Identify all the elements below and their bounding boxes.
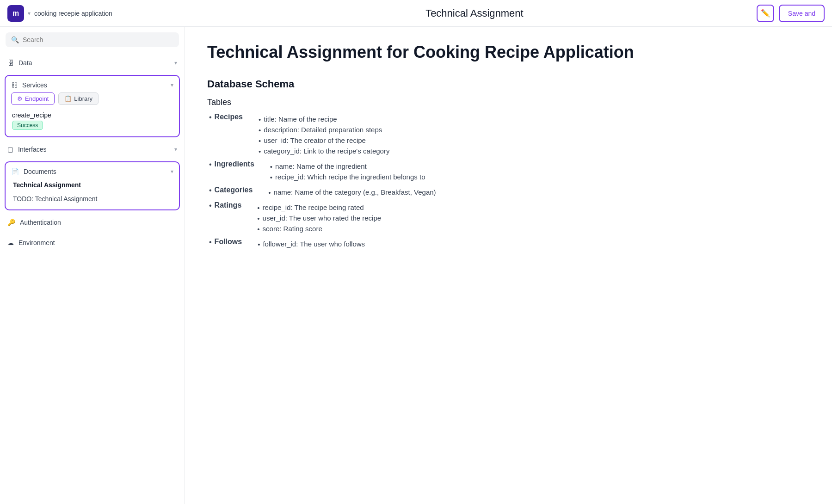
- table-name-follows: Follows: [215, 238, 242, 246]
- sidebar-section-authentication: 🔑 Authentication: [0, 212, 185, 233]
- recipes-fields: title: Name of the recipe description: D…: [246, 115, 389, 158]
- sidebar-section-interfaces: ▢ Interfaces ▾: [0, 139, 185, 160]
- list-item: recipe_id: The recipe being rated: [255, 203, 381, 212]
- ingredients-fields: name: Name of the ingredient recipe_id: …: [257, 162, 425, 184]
- db-schema-heading: Database Schema: [207, 78, 810, 90]
- list-item: user_id: The creator of the recipe: [257, 136, 389, 145]
- documents-chevron-icon: ▾: [171, 168, 173, 175]
- list-item: recipe_id: Which recipe the ingredient b…: [268, 173, 425, 181]
- list-item: Ingredients name: Name of the ingredient…: [207, 160, 810, 184]
- table-name-ingredients: Ingredients: [215, 160, 254, 168]
- sidebar-section-services: ⛓ Services ▾ ⚙ Endpoint 📋 Library create…: [5, 75, 180, 137]
- documents-icon: 📄: [11, 168, 19, 175]
- data-icon: 🗄: [7, 59, 14, 67]
- doc-item-todo-technical-assignment[interactable]: TODO: Technical Assignment: [6, 192, 179, 206]
- follows-fields: follower_id: The user who follows: [245, 240, 365, 251]
- services-label: Services: [22, 81, 47, 89]
- app-name: cooking recepie application: [34, 10, 112, 17]
- sidebar-item-interfaces[interactable]: ▢ Interfaces ▾: [0, 141, 185, 158]
- search-box[interactable]: 🔍: [6, 32, 179, 47]
- list-item: title: Name of the recipe: [257, 115, 389, 123]
- service-item-create-recipe[interactable]: create_recipe Success: [6, 109, 179, 133]
- main-content: Technical Assignment for Cooking Recipe …: [185, 27, 832, 504]
- authentication-icon: 🔑: [7, 219, 15, 226]
- edit-button[interactable]: ✏️: [757, 5, 774, 22]
- doc-title: Technical Assignment for Cooking Recipe …: [207, 42, 810, 63]
- table-name-recipes: Recipes: [215, 113, 243, 121]
- list-item: Categories name: Name of the category (e…: [207, 186, 810, 199]
- sidebar-item-authentication[interactable]: 🔑 Authentication: [0, 214, 185, 231]
- list-item: Recipes title: Name of the recipe descri…: [207, 113, 810, 158]
- authentication-label: Authentication: [20, 219, 61, 226]
- layout: 🔍 🗄 Data ▾ ⛓ Services ▾: [0, 27, 832, 504]
- table-name-categories: Categories: [215, 186, 253, 194]
- interfaces-chevron-icon: ▾: [174, 146, 177, 153]
- interfaces-icon: ▢: [7, 146, 13, 153]
- sidebar-section-data: 🗄 Data ▾: [0, 53, 185, 73]
- app-arrow-icon: ▾: [28, 10, 31, 17]
- tables-list: Recipes title: Name of the recipe descri…: [207, 113, 810, 251]
- interfaces-label: Interfaces: [18, 146, 46, 153]
- list-item: user_id: The user who rated the recipe: [255, 214, 381, 222]
- environment-icon: ☁: [7, 239, 14, 246]
- data-label: Data: [18, 59, 32, 67]
- table-name-ratings: Ratings: [215, 201, 242, 209]
- sidebar-section-documents: 📄 Documents ▾ Technical Assignment TODO:…: [5, 161, 180, 210]
- list-item: name: Name of the category (e.g., Breakf…: [266, 188, 436, 197]
- list-item: Ratings recipe_id: The recipe being rate…: [207, 201, 810, 235]
- header-left: m ▾ cooking recepie application: [7, 5, 192, 22]
- app-logo: m: [7, 5, 24, 22]
- page-title: Technical Assignment: [192, 7, 757, 19]
- endpoint-icon: ⚙: [17, 95, 23, 102]
- sidebar-item-data[interactable]: 🗄 Data ▾: [0, 55, 185, 71]
- tab-endpoint[interactable]: ⚙ Endpoint: [11, 92, 55, 105]
- services-tabs: ⚙ Endpoint 📋 Library: [6, 92, 179, 109]
- library-icon: 📋: [64, 95, 72, 102]
- list-item: name: Name of the ingredient: [268, 162, 425, 171]
- sidebar: 🔍 🗄 Data ▾ ⛓ Services ▾: [0, 27, 185, 504]
- header-actions: ✏️ Save and: [757, 5, 825, 22]
- documents-header[interactable]: 📄 Documents ▾: [6, 166, 179, 178]
- services-header[interactable]: ⛓ Services ▾: [6, 80, 179, 92]
- service-name: create_recipe: [12, 111, 173, 119]
- search-icon: 🔍: [11, 36, 19, 43]
- environment-label: Environment: [18, 239, 55, 246]
- tab-library[interactable]: 📋 Library: [58, 92, 99, 105]
- categories-fields: name: Name of the category (e.g., Breakf…: [255, 188, 436, 199]
- services-icon: ⛓: [11, 81, 18, 89]
- save-button[interactable]: Save and: [779, 5, 825, 22]
- list-item: score: Rating score: [255, 225, 381, 233]
- status-badge: Success: [12, 121, 43, 130]
- list-item: description: Detailed preparation steps: [257, 126, 389, 134]
- ratings-fields: recipe_id: The recipe being rated user_i…: [244, 203, 381, 235]
- documents-label: Documents: [24, 168, 56, 175]
- sidebar-section-environment: ☁ Environment: [0, 233, 185, 253]
- tables-label: Tables: [207, 98, 810, 107]
- services-chevron-icon: ▾: [171, 82, 173, 88]
- search-input[interactable]: [23, 36, 173, 43]
- doc-item-technical-assignment[interactable]: Technical Assignment: [6, 178, 179, 192]
- data-chevron-icon: ▾: [174, 60, 177, 66]
- sidebar-item-environment[interactable]: ☁ Environment: [0, 234, 185, 251]
- list-item: category_id: Link to the recipe's catego…: [257, 147, 389, 155]
- top-header: m ▾ cooking recepie application Technica…: [0, 0, 832, 27]
- list-item: Follows follower_id: The user who follow…: [207, 238, 810, 251]
- list-item: follower_id: The user who follows: [256, 240, 365, 248]
